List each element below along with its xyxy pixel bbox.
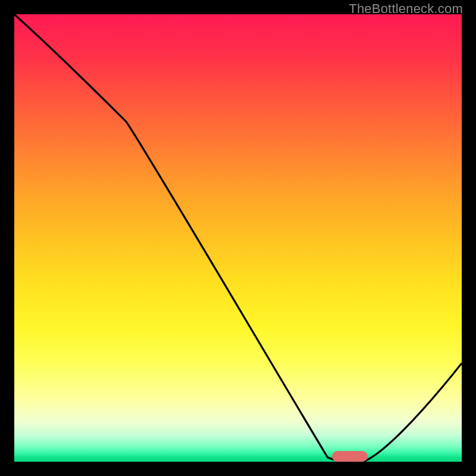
- optimal-range-marker: [332, 451, 368, 462]
- chart-frame: TheBottleneck.com: [0, 0, 476, 476]
- bottleneck-curve: [14, 14, 462, 462]
- plot-area: [14, 14, 462, 462]
- watermark-text: TheBottleneck.com: [349, 1, 463, 17]
